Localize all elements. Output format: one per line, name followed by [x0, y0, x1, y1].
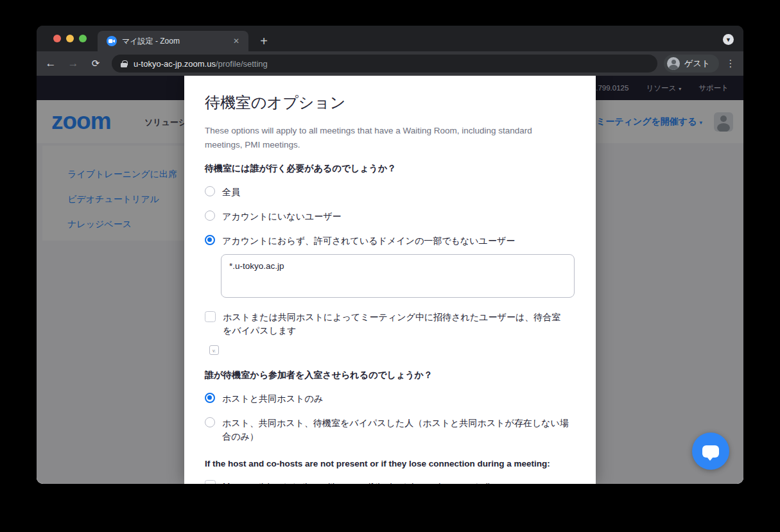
forward-icon[interactable]: →	[65, 55, 82, 72]
tab-title: マイ設定 - Zoom	[122, 36, 230, 47]
question-who-admits-participants: 誰が待機室から参加者を入室させられるのでしょうか？	[205, 370, 575, 381]
chrome-update-chevron-icon[interactable]: ▼	[723, 34, 734, 45]
radio-option-users-not-in-account[interactable]: アカウントにいないユーザー	[205, 210, 575, 223]
page-viewport: 888.799.0125 リソース▾ サポート zoom ソリューション ミーテ…	[37, 76, 743, 484]
radio-icon[interactable]	[205, 186, 215, 196]
tab-close-icon[interactable]: ✕	[230, 35, 242, 47]
radio-selected-icon[interactable]	[205, 235, 215, 245]
radio-option-host-cohosts-bypassed[interactable]: ホスト、共同ホスト、待機室をバイパスした人（ホストと共同ホストが存在しない場合の…	[205, 416, 575, 443]
profile-button[interactable]: ゲスト	[664, 55, 719, 73]
allowed-domains-input[interactable]: *.u-tokyo.ac.jp	[221, 254, 575, 298]
radio-icon[interactable]	[205, 417, 215, 427]
chat-bubble-icon	[702, 445, 719, 458]
browser-tab[interactable]: マイ設定 - Zoom ✕	[98, 31, 248, 51]
checkbox-icon[interactable]	[205, 311, 216, 322]
radio-option-host-cohosts-only[interactable]: ホストと共同ホストのみ	[205, 392, 575, 406]
waiting-room-options-modal: 待機室のオプション These options will apply to al…	[184, 76, 596, 484]
window-controls	[53, 35, 87, 42]
browser-window: マイ設定 - Zoom ✕ + ▼ ← → ⟳ u-tokyo-ac-jp.zo…	[37, 26, 743, 484]
question-host-not-present: If the host and co-hosts are not present…	[205, 459, 575, 468]
browser-menu-icon[interactable]: ⋮	[723, 56, 738, 71]
radio-icon[interactable]	[205, 210, 215, 221]
modal-description: These options will apply to all meetings…	[205, 124, 555, 152]
minimize-window-button[interactable]	[66, 35, 74, 42]
zoom-favicon-icon	[107, 36, 117, 46]
guest-label: ゲスト	[684, 58, 710, 69]
url-domain: u-tokyo-ac-jp.zoom.us	[134, 59, 216, 69]
guest-avatar-icon	[667, 57, 680, 70]
new-tab-button[interactable]: +	[255, 32, 273, 50]
checkbox-icon[interactable]	[205, 480, 216, 484]
browser-toolbar: ← → ⟳ u-tokyo-ac-jp.zoom.us/profile/sett…	[37, 51, 743, 76]
radio-option-everyone[interactable]: 全員	[205, 185, 575, 199]
chat-widget-button[interactable]	[692, 433, 729, 470]
url-path: /profile/setting	[216, 59, 268, 69]
move-participants-checkbox-row[interactable]: Move participants to the waiting room if…	[205, 479, 575, 484]
radio-option-users-not-in-account-or-domains[interactable]: アカウントにおらず、許可されているドメインの一部でもないユーザー	[205, 234, 575, 248]
close-window-button[interactable]	[53, 35, 61, 42]
tab-strip: マイ設定 - Zoom ✕ + ▼	[37, 26, 743, 51]
question-who-goes-to-waiting-room: 待機室には誰が行く必要があるのでしょうか？	[205, 163, 575, 175]
bypass-waiting-room-checkbox-row[interactable]: ホストまたは共同ホストによってミーティング中に招待されたユーザーは、待合室をバイ…	[205, 311, 575, 338]
reload-icon[interactable]: ⟳	[87, 55, 104, 72]
address-bar[interactable]: u-tokyo-ac-jp.zoom.us/profile/setting	[112, 55, 657, 73]
radio-selected-icon[interactable]	[205, 393, 215, 403]
broken-image-icon: v.	[209, 345, 219, 355]
back-icon[interactable]: ←	[42, 55, 59, 72]
maximize-window-button[interactable]	[79, 35, 87, 42]
modal-title: 待機室のオプション	[205, 92, 575, 113]
lock-icon	[121, 60, 127, 67]
